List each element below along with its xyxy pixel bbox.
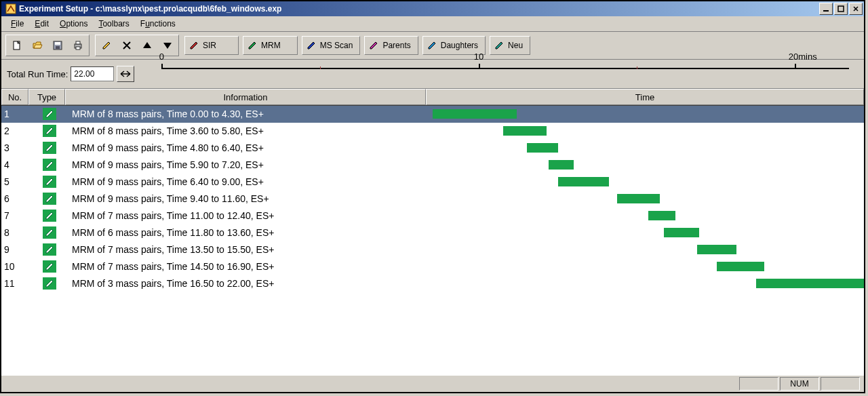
window-title: Experiment Setup - c:\masslynx\pest.pro\…	[19, 4, 818, 14]
row-info: MRM of 7 mass pairs, Time 11.00 to 12.40…	[68, 210, 433, 221]
move-up-button[interactable]	[137, 36, 157, 55]
close-button[interactable]	[849, 3, 863, 15]
print-button[interactable]	[68, 36, 88, 55]
row-time-cell	[433, 174, 864, 190]
table-row[interactable]: 10MRM of 7 mass pairs, Time 14.50 to 16.…	[1, 258, 864, 275]
time-ruler: 0 10 20mins	[161, 64, 859, 84]
time-bar[interactable]	[558, 177, 609, 186]
row-info: MRM of 8 mass pairs, Time 3.60 to 5.80, …	[68, 125, 433, 136]
toolbar-group-file	[5, 35, 90, 56]
time-bar[interactable]	[717, 262, 764, 271]
menu-file[interactable]: File	[5, 18, 29, 30]
neutral-label: Neu	[508, 41, 523, 50]
time-bar[interactable]	[648, 211, 675, 220]
status-bar: NUM	[1, 375, 864, 392]
row-type	[31, 176, 68, 188]
fit-time-button[interactable]	[117, 66, 134, 82]
grid-header: No. Type Information Time	[1, 89, 864, 106]
table-row[interactable]: 5MRM of 9 mass pairs, Time 6.40 to 9.00,…	[1, 174, 864, 191]
parents-button[interactable]: Parents	[364, 36, 418, 55]
time-bar[interactable]	[549, 160, 574, 170]
row-time-cell	[433, 224, 864, 241]
print-icon	[73, 40, 83, 51]
row-time-cell	[433, 275, 864, 292]
row-type	[31, 277, 68, 290]
status-num: NUM	[780, 377, 819, 391]
row-info: MRM of 9 mass pairs, Time 9.40 to 11.60,…	[68, 193, 433, 204]
row-number: 1	[1, 108, 31, 119]
row-info: MRM of 9 mass pairs, Time 4.80 to 6.40, …	[68, 142, 433, 153]
row-time-cell	[433, 191, 864, 207]
menu-functions[interactable]: Functions	[135, 18, 181, 30]
mrm-type-icon	[43, 226, 56, 239]
open-button[interactable]	[27, 36, 47, 55]
mrm-type-icon	[43, 277, 56, 290]
row-time-cell	[433, 157, 864, 173]
delete-button[interactable]	[117, 36, 137, 55]
parents-label: Parents	[382, 41, 410, 50]
time-bar[interactable]	[697, 245, 736, 254]
pencil-icon	[427, 41, 437, 50]
mrm-button[interactable]: MRM	[243, 36, 298, 55]
menu-toolbars[interactable]: Toolbars	[93, 18, 134, 30]
neutral-button[interactable]: Neu	[490, 36, 530, 55]
time-bar[interactable]	[664, 228, 699, 237]
row-number: 11	[1, 278, 31, 289]
status-panel-empty2	[821, 377, 860, 391]
mrm-type-icon	[43, 193, 56, 205]
daughters-label: Daughters	[441, 41, 478, 50]
header-type[interactable]: Type	[28, 89, 65, 105]
mrm-type-icon	[43, 260, 56, 273]
save-button[interactable]	[47, 36, 68, 55]
time-bar[interactable]	[433, 109, 517, 119]
svg-rect-8	[76, 41, 80, 44]
time-bar[interactable]	[503, 126, 547, 136]
time-bar[interactable]	[527, 143, 558, 153]
table-row[interactable]: 1MRM of 8 mass pairs, Time 0.00 to 4.30,…	[1, 106, 864, 123]
table-row[interactable]: 11MRM of 3 mass pairs, Time 16.50 to 22.…	[1, 275, 864, 292]
header-info[interactable]: Information	[65, 89, 426, 105]
table-row[interactable]: 3MRM of 9 mass pairs, Time 4.80 to 6.40,…	[1, 140, 864, 157]
table-row[interactable]: 7MRM of 7 mass pairs, Time 11.00 to 12.4…	[1, 207, 864, 224]
svg-rect-2	[838, 6, 844, 12]
sir-label: SIR	[203, 41, 216, 50]
table-row[interactable]: 6MRM of 9 mass pairs, Time 9.40 to 11.60…	[1, 191, 864, 207]
row-number: 10	[1, 261, 31, 272]
header-no[interactable]: No.	[1, 89, 28, 105]
mrm-type-icon	[43, 125, 56, 137]
row-info: MRM of 7 mass pairs, Time 14.50 to 16.90…	[68, 261, 433, 272]
svg-rect-6	[56, 46, 60, 49]
header-time[interactable]: Time	[426, 89, 864, 105]
msscan-button[interactable]: MS Scan	[302, 36, 361, 55]
resize-horizontal-icon	[120, 70, 131, 78]
sir-button[interactable]: SIR	[184, 36, 239, 55]
menu-edit[interactable]: Edit	[29, 18, 54, 30]
table-row[interactable]: 2MRM of 8 mass pairs, Time 3.60 to 5.80,…	[1, 123, 864, 140]
msscan-label: MS Scan	[320, 41, 353, 50]
mrm-type-icon	[43, 142, 56, 154]
row-info: MRM of 7 mass pairs, Time 13.50 to 15.50…	[68, 244, 433, 255]
row-type	[31, 243, 68, 256]
table-row[interactable]: 4MRM of 9 mass pairs, Time 5.90 to 7.20,…	[1, 157, 864, 174]
maximize-button[interactable]	[834, 3, 848, 15]
minimize-button[interactable]	[819, 3, 833, 15]
table-row[interactable]: 8MRM of 6 mass pairs, Time 11.80 to 13.6…	[1, 224, 864, 241]
row-number: 8	[1, 227, 31, 238]
pencil-icon	[307, 41, 316, 50]
row-info: MRM of 9 mass pairs, Time 6.40 to 9.00, …	[68, 176, 433, 187]
edit-button[interactable]	[96, 36, 117, 55]
menu-options[interactable]: Options	[54, 18, 93, 30]
pencil-icon	[101, 40, 112, 51]
table-row[interactable]: 9MRM of 7 mass pairs, Time 13.50 to 15.5…	[1, 241, 864, 258]
row-info: MRM of 9 mass pairs, Time 5.90 to 7.20, …	[68, 159, 433, 170]
triangle-down-icon	[162, 40, 173, 51]
runtime-label: Total Run Time:	[7, 69, 68, 79]
time-bar[interactable]	[617, 194, 660, 203]
pencil-icon	[248, 41, 257, 50]
row-type	[31, 210, 68, 222]
time-bar[interactable]	[756, 279, 864, 288]
new-button[interactable]	[7, 36, 27, 55]
row-number: 4	[1, 159, 31, 170]
runtime-input[interactable]	[71, 66, 114, 81]
svg-rect-5	[55, 42, 60, 45]
